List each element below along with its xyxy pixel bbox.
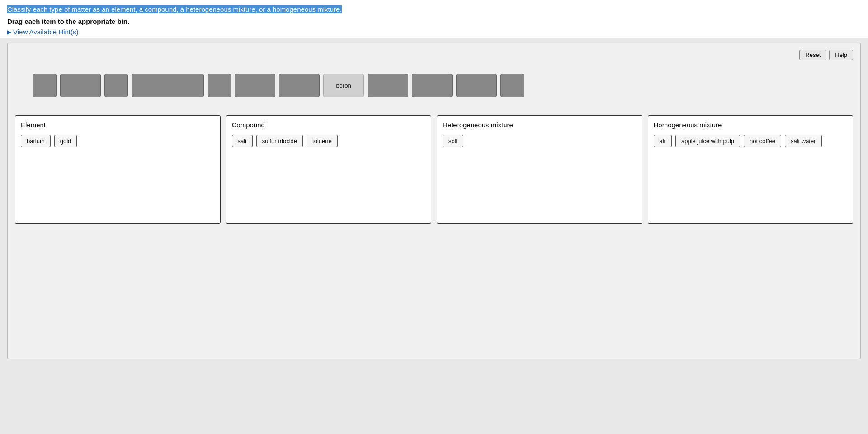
top-bar: Reset Help <box>15 50 853 60</box>
hint-label[interactable]: View Available Hint(s) <box>13 28 79 36</box>
drag-item[interactable] <box>368 74 408 97</box>
help-button[interactable]: Help <box>829 50 853 60</box>
drag-items-row: boron <box>33 74 835 97</box>
hint-row[interactable]: ▶ View Available Hint(s) <box>7 28 861 36</box>
bin-item-apple-juice-with-pulp[interactable]: apple juice with pulp <box>675 135 740 147</box>
bin-item-salt[interactable]: salt <box>232 135 253 147</box>
hint-arrow-icon: ▶ <box>7 29 11 35</box>
drag-item[interactable] <box>104 74 128 97</box>
bin-item-salt-water[interactable]: salt water <box>785 135 822 147</box>
drag-item[interactable] <box>208 74 231 97</box>
bin-homogeneous-items: air apple juice with pulp hot coffee sal… <box>654 135 848 147</box>
bin-heterogeneous-label: Heterogeneous mixture <box>443 121 637 129</box>
bin-item-air[interactable]: air <box>654 135 672 147</box>
bin-heterogeneous: Heterogeneous mixture soil <box>437 115 642 224</box>
bin-element-label: Element <box>21 121 215 129</box>
drag-item[interactable] <box>456 74 497 97</box>
bin-compound-label: Compound <box>232 121 426 129</box>
bin-homogeneous-label: Homogeneous mixture <box>654 121 848 129</box>
drag-item[interactable] <box>60 74 101 97</box>
bins-row: Element barium gold Compound salt sulfur… <box>15 115 853 224</box>
bin-heterogeneous-items: soil <box>443 135 637 147</box>
page-header: Classify each type of matter as an eleme… <box>0 0 868 38</box>
bin-item-toluene[interactable]: toluene <box>307 135 338 147</box>
drag-item[interactable] <box>132 74 204 97</box>
bin-compound-items: salt sulfur trioxide toluene <box>232 135 426 147</box>
bin-item-sulfur-trioxide[interactable]: sulfur trioxide <box>256 135 303 147</box>
bin-compound: Compound salt sulfur trioxide toluene <box>226 115 432 224</box>
drag-item[interactable] <box>235 74 275 97</box>
bin-element-items: barium gold <box>21 135 215 147</box>
drag-item[interactable] <box>279 74 320 97</box>
bin-item-gold[interactable]: gold <box>54 135 77 147</box>
bin-item-barium[interactable]: barium <box>21 135 51 147</box>
drag-item[interactable] <box>33 74 57 97</box>
drag-item-boron[interactable]: boron <box>323 74 364 97</box>
instruction-title: Classify each type of matter as an eleme… <box>7 5 342 13</box>
bin-item-hot-coffee[interactable]: hot coffee <box>744 135 781 147</box>
drag-instruction: Drag each item to the appropriate bin. <box>7 18 861 25</box>
reset-button[interactable]: Reset <box>799 50 826 60</box>
drag-item[interactable] <box>500 74 524 97</box>
drag-item[interactable] <box>412 74 453 97</box>
bin-element: Element barium gold <box>15 115 221 224</box>
main-container: Reset Help boron Element barium gold Com… <box>7 43 861 359</box>
instruction-text: Classify each type of matter as an eleme… <box>7 5 861 14</box>
bin-homogeneous: Homogeneous mixture air apple juice with… <box>648 115 854 224</box>
bin-item-soil[interactable]: soil <box>443 135 463 147</box>
